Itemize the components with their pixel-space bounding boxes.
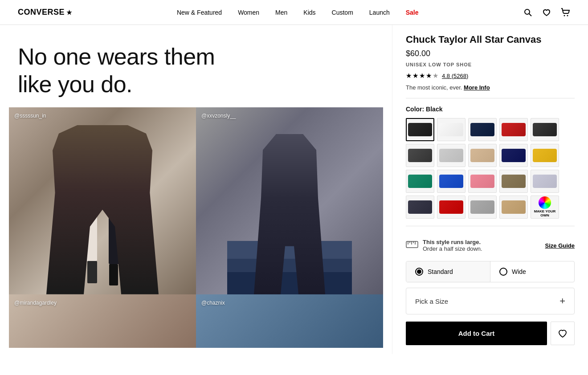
hero-heading: No one wears them like you do. bbox=[18, 43, 374, 98]
logo-star-icon: ★ bbox=[66, 9, 73, 16]
color-swatch-khaki[interactable] bbox=[499, 170, 528, 193]
nav-item-men[interactable]: Men bbox=[275, 9, 287, 16]
svg-rect-22 bbox=[266, 263, 281, 272]
color-swatch-beige[interactable] bbox=[468, 144, 497, 167]
size-info-row: This style runs large. Order a half size… bbox=[406, 233, 575, 257]
size-picker[interactable]: Pick a Size + bbox=[406, 288, 575, 314]
color-swatch-black2[interactable] bbox=[531, 118, 559, 141]
star-2: ★ bbox=[412, 72, 418, 80]
nav-item-new-featured[interactable]: New & Featured bbox=[177, 9, 222, 16]
color-swatch-pink[interactable] bbox=[468, 170, 497, 193]
width-wide-label: Wide bbox=[512, 268, 526, 275]
color-swatch-white[interactable] bbox=[437, 118, 466, 141]
svg-rect-13 bbox=[109, 264, 118, 285]
color-grid: MAKE YOUR OWN bbox=[406, 118, 575, 219]
main-nav: New & Featured Women Men Kids Custom Lau… bbox=[177, 9, 419, 16]
wishlist-icon[interactable] bbox=[542, 8, 551, 17]
svg-rect-21 bbox=[301, 230, 313, 265]
add-to-wishlist-button[interactable] bbox=[551, 322, 575, 345]
color-swatch-teal[interactable] bbox=[406, 170, 434, 193]
rating-count[interactable]: 4.8 (5268) bbox=[442, 73, 468, 79]
svg-point-18 bbox=[277, 160, 302, 188]
svg-point-10 bbox=[108, 130, 128, 154]
svg-point-2 bbox=[564, 15, 565, 16]
nav-item-women[interactable]: Women bbox=[238, 9, 259, 16]
star-1: ★ bbox=[406, 72, 412, 80]
search-icon[interactable] bbox=[523, 8, 533, 17]
photo-cell-1: @sssssun_in bbox=[9, 107, 196, 294]
width-selector: Standard Wide bbox=[406, 261, 575, 282]
photo-cell-4: @chaznix bbox=[196, 294, 383, 348]
svg-rect-19 bbox=[274, 188, 305, 232]
color-swatch-dnavy[interactable] bbox=[499, 144, 528, 167]
nav-item-launch[interactable]: Launch bbox=[369, 9, 390, 16]
heart-icon bbox=[558, 329, 568, 338]
color-swatch-mgray[interactable] bbox=[468, 196, 497, 219]
product-title: Chuck Taylor All Star Canvas bbox=[406, 34, 575, 45]
product-description: The most iconic, ever. More Info bbox=[406, 84, 575, 91]
nav-item-custom[interactable]: Custom bbox=[332, 9, 353, 16]
add-to-cart-row: Add to Cart bbox=[406, 322, 575, 345]
header-icons bbox=[523, 8, 570, 17]
color-swatch-charcoal[interactable] bbox=[406, 196, 434, 219]
width-standard-label: Standard bbox=[428, 268, 453, 275]
svg-rect-12 bbox=[109, 202, 129, 264]
hero-text-area: No one wears them like you do. bbox=[0, 25, 392, 107]
product-subtitle: UNISEX LOW TOP SHOE bbox=[406, 62, 575, 67]
svg-point-0 bbox=[525, 9, 530, 14]
logo[interactable]: CONVERSE ★ bbox=[18, 8, 73, 17]
color-swatch-tan[interactable] bbox=[499, 196, 528, 219]
svg-rect-17 bbox=[227, 272, 352, 294]
cart-icon[interactable] bbox=[560, 8, 570, 17]
radio-standard-fill bbox=[417, 269, 421, 274]
width-option-wide[interactable]: Wide bbox=[490, 261, 574, 282]
radio-wide bbox=[499, 268, 507, 276]
photo-label-3: @mirandagardley bbox=[14, 300, 57, 306]
nav-item-kids[interactable]: Kids bbox=[303, 9, 315, 16]
color-swatch-yellow[interactable] bbox=[531, 144, 559, 167]
divider-2 bbox=[406, 226, 575, 226]
width-option-standard[interactable]: Standard bbox=[406, 261, 490, 282]
svg-rect-11 bbox=[108, 153, 130, 202]
color-value: Black bbox=[426, 106, 442, 113]
nav-item-sale[interactable]: Sale bbox=[406, 9, 419, 16]
color-swatch-red2[interactable] bbox=[437, 196, 466, 219]
svg-line-1 bbox=[529, 13, 531, 16]
svg-rect-7 bbox=[75, 199, 97, 261]
color-swatch-make-your-own[interactable]: MAKE YOUR OWN bbox=[531, 196, 559, 219]
product-price: $60.00 bbox=[406, 49, 575, 58]
photo-cell-3: @mirandagardley bbox=[9, 294, 196, 348]
size-guide-link[interactable]: Size Guide bbox=[545, 242, 575, 249]
svg-rect-20 bbox=[267, 230, 280, 265]
svg-rect-5 bbox=[74, 154, 98, 199]
color-swatch-navy[interactable] bbox=[468, 118, 497, 141]
svg-point-3 bbox=[567, 15, 568, 16]
photo-label-4: @chaznix bbox=[201, 300, 225, 306]
svg-rect-14 bbox=[120, 264, 129, 285]
color-swatch-lgray[interactable] bbox=[437, 144, 466, 167]
ruler-icon bbox=[406, 240, 418, 252]
header: CONVERSE ★ New & Featured Women Men Kids… bbox=[0, 0, 588, 25]
color-swatch-blue[interactable] bbox=[437, 170, 466, 193]
color-swatch-red[interactable] bbox=[499, 118, 528, 141]
color-swatch-dgray[interactable] bbox=[406, 144, 434, 167]
star-5: ★ bbox=[433, 72, 438, 80]
left-panel: No one wears them like you do. @sssssun_… bbox=[0, 25, 392, 354]
more-info-link[interactable]: More Info bbox=[464, 84, 490, 91]
svg-point-4 bbox=[75, 130, 94, 155]
svg-point-24 bbox=[271, 200, 282, 211]
svg-rect-8 bbox=[75, 261, 85, 283]
color-swatch-silver[interactable] bbox=[531, 170, 559, 193]
divider-1 bbox=[406, 98, 575, 98]
star-rating: ★ ★ ★ ★ ★ bbox=[406, 72, 438, 80]
size-picker-label: Pick a Size bbox=[415, 298, 448, 305]
add-to-cart-button[interactable]: Add to Cart bbox=[406, 322, 547, 345]
size-info-text: This style runs large. Order a half size… bbox=[423, 239, 541, 252]
photo-cell-2: @xxvzonsly__ bbox=[196, 107, 383, 294]
make-your-own-label: MAKE YOUR OWN bbox=[531, 210, 559, 218]
main-container: No one wears them like you do. @sssssun_… bbox=[0, 25, 588, 354]
color-wheel-icon bbox=[539, 196, 551, 209]
radio-standard bbox=[415, 268, 423, 276]
logo-text: CONVERSE bbox=[18, 8, 65, 17]
color-swatch-black[interactable] bbox=[406, 118, 434, 141]
